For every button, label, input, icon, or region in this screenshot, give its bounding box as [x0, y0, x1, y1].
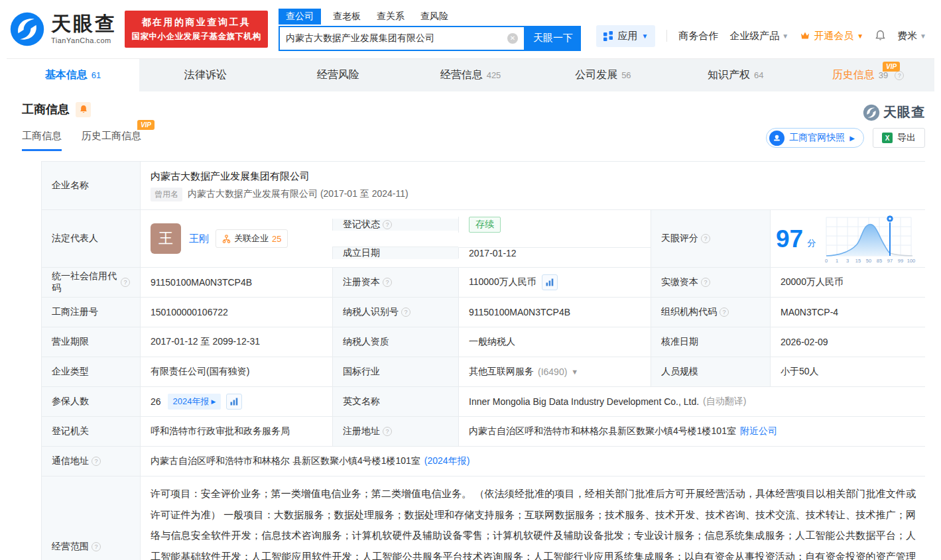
- search-box: ✕ 天眼一下: [279, 26, 581, 51]
- tab-basic-info[interactable]: 基本信息 61: [7, 59, 139, 91]
- toolbar: 工商信息 VIP 历史工商信息 工商官网快照 ▶ X 导出: [22, 128, 925, 153]
- tab-operating-risk[interactable]: 经营风险: [272, 59, 405, 91]
- establish-date-label: 成立日期: [332, 247, 458, 259]
- insured-chart-icon[interactable]: [226, 394, 242, 410]
- clear-search-icon[interactable]: ✕: [507, 33, 518, 44]
- watermark-text: 天眼查: [883, 103, 925, 121]
- legal-rep-name-link[interactable]: 王刚: [189, 233, 209, 245]
- org-chart-icon: [222, 235, 231, 243]
- reg-capital: 110000万人民币: [469, 276, 536, 288]
- approval-date: 2026-02-09: [770, 327, 926, 357]
- capital-chart-icon[interactable]: [542, 274, 558, 290]
- staff-size: 小于50人: [770, 357, 926, 386]
- user-menu[interactable]: 费米 ▼: [897, 30, 926, 42]
- help-icon[interactable]: ?: [92, 457, 101, 466]
- company-nav-tabs: 基本信息 61 法律诉讼 经营风险 经营信息 425 公司发展 56 知识产权 …: [7, 58, 934, 91]
- enterprise-label: 企业级产品: [729, 30, 779, 42]
- search-input[interactable]: [286, 33, 507, 44]
- annual-report-link[interactable]: (2024年报): [424, 455, 470, 467]
- official-snapshot-button[interactable]: 工商官网快照 ▶: [766, 128, 864, 148]
- export-button[interactable]: X 导出: [873, 128, 925, 148]
- annual-report-badge[interactable]: 2024年报▶: [168, 394, 221, 410]
- tab-count: 61: [92, 70, 101, 80]
- watermark-icon: [863, 104, 880, 121]
- subtab-label: 历史工商信息: [82, 130, 141, 141]
- tab-intellectual-property[interactable]: 知识产权 64: [669, 59, 802, 91]
- help-icon[interactable]: ?: [401, 308, 410, 317]
- help-icon[interactable]: ?: [92, 542, 101, 551]
- taxpayer-quality: 一般纳税人: [458, 327, 651, 357]
- taxpayer-quality-label: 纳税人资质: [332, 327, 458, 357]
- chevron-down-icon: ▼: [857, 32, 863, 40]
- svg-text:99: 99: [898, 258, 903, 264]
- subscribe-bell-icon[interactable]: [76, 102, 91, 117]
- crown-icon: [800, 30, 810, 41]
- help-icon[interactable]: ?: [383, 427, 392, 436]
- cooperation-menu[interactable]: 商务合作: [678, 30, 718, 42]
- nearby-companies-link[interactable]: 附近公司: [740, 425, 777, 437]
- table-row: 登记机关 呼和浩特市行政审批和政务服务局 注册地址? 内蒙古自治区呼和浩特市和林…: [42, 416, 924, 446]
- mail-address-cell: 内蒙古自治区呼和浩特市和林格尔 县新区数聚小镇4号楼1楼101室 (2024年报…: [140, 447, 926, 476]
- promo-line1: 都在用的商业查询工具: [142, 17, 251, 28]
- help-icon[interactable]: ?: [895, 71, 904, 80]
- subtab-business-registration[interactable]: 工商信息: [22, 130, 62, 151]
- insured-label: 参保人数: [42, 387, 140, 416]
- search-area: 查公司 查老板 查关系 查风险 ✕ 天眼一下: [279, 8, 581, 51]
- tab-business-info[interactable]: 经营信息 425: [405, 59, 537, 91]
- enterprise-menu[interactable]: 企业级产品 ▼: [729, 30, 788, 42]
- search-tab-boss[interactable]: 查老板: [333, 9, 361, 25]
- help-icon[interactable]: ?: [720, 308, 729, 317]
- legal-rep-avatar[interactable]: 王: [151, 223, 181, 254]
- former-name-badge: 曾用名: [151, 188, 182, 201]
- company-name: 内蒙古大数据产业发展集团有限公司: [151, 170, 310, 183]
- tab-legal-litigation[interactable]: 法律诉讼: [139, 59, 272, 91]
- tab-company-development[interactable]: 公司发展 56: [536, 59, 669, 91]
- svg-text:50: 50: [866, 258, 871, 264]
- tab-history-info[interactable]: VIP 历史信息 39 ?: [802, 59, 934, 91]
- related-companies-label: 关联企业: [234, 233, 269, 245]
- search-tab-relation[interactable]: 查关系: [377, 9, 405, 25]
- help-icon[interactable]: ?: [383, 220, 392, 229]
- toolbar-buttons: 工商官网快照 ▶ X 导出: [766, 128, 925, 148]
- reg-authority-label: 登记机关: [42, 417, 140, 446]
- search-tab-risk[interactable]: 查风险: [420, 9, 448, 25]
- search-tab-company[interactable]: 查公司: [279, 9, 321, 25]
- business-scope-label: 经营范围?: [42, 476, 140, 560]
- taxpayer-id-label: 纳税人识别号?: [332, 298, 458, 327]
- help-icon[interactable]: ?: [383, 278, 392, 287]
- help-icon[interactable]: ?: [121, 278, 130, 287]
- vip-menu[interactable]: 开通会员 ▼: [800, 30, 863, 42]
- table-row: 企业名称 内蒙古大数据产业发展集团有限公司 曾用名 内蒙古大数据产业发展有限公司…: [42, 162, 924, 209]
- tab-label: 法律诉讼: [184, 68, 227, 82]
- svg-text:3: 3: [846, 258, 849, 264]
- related-companies-badge[interactable]: 关联企业 25: [216, 229, 288, 248]
- menu-divider: [666, 30, 667, 42]
- english-name-label: 英文名称: [332, 387, 458, 416]
- paid-capital-label: 实缴资本?: [651, 268, 770, 297]
- search-tabs: 查公司 查老板 查关系 查风险: [279, 8, 581, 25]
- industry-label: 国标行业: [332, 357, 458, 386]
- tianyancha-logo[interactable]: 天眼查 TianYanCha.com: [9, 11, 117, 47]
- help-icon[interactable]: ?: [701, 234, 710, 243]
- svg-text:1: 1: [836, 258, 838, 264]
- staff-size-label: 人员规模: [651, 357, 770, 386]
- chevron-down-icon: ▼: [641, 32, 648, 40]
- watermark-logo: 天眼查: [863, 103, 925, 121]
- section-title: 工商信息: [22, 101, 70, 117]
- export-label: 导出: [897, 132, 916, 144]
- reg-number: 150100000106722: [140, 298, 332, 327]
- apps-menu[interactable]: 应用 ▼: [596, 25, 655, 47]
- vip-label: 开通会员: [814, 30, 853, 42]
- taxpayer-id: 91150100MA0N3TCP4B: [458, 298, 651, 327]
- promo-line2: 国家中小企业发展子基金旗下机构: [132, 31, 261, 42]
- svg-text:15: 15: [855, 258, 861, 264]
- insured-count: 26: [151, 396, 161, 407]
- search-button[interactable]: 天眼一下: [525, 26, 581, 51]
- chevron-down-icon[interactable]: ▼: [571, 368, 578, 376]
- subtab-history-registration[interactable]: VIP 历史工商信息: [82, 130, 141, 151]
- company-type-label: 企业类型: [42, 357, 140, 386]
- former-name-row: 曾用名 内蒙古大数据产业发展有限公司 (2017-01 至 2024-11): [151, 188, 408, 201]
- notification-bell-icon[interactable]: [875, 30, 886, 42]
- table-row: 企业类型 有限责任公司(国有独资) 国标行业 其他互联网服务 (I6490) ▼…: [42, 357, 924, 386]
- help-icon[interactable]: ?: [701, 278, 710, 287]
